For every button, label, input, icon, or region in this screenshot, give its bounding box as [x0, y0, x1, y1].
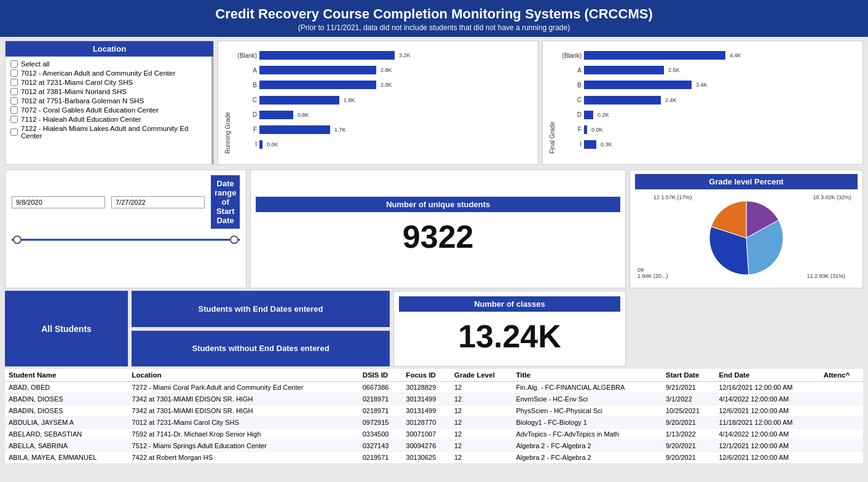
table-cell: 12/16/2021 12:00:00 AM [716, 382, 820, 393]
location-item[interactable]: Select all [10, 60, 207, 68]
table-cell: 0218971 [359, 393, 403, 405]
location-checkbox[interactable] [10, 69, 18, 77]
table-cell: ABILA, MAYEA, EMMANUEL [5, 452, 128, 464]
location-item[interactable]: 7012 at 7231-Miami Carol City SHS [10, 79, 207, 86]
table-row[interactable]: ABADIN, DIOSES7342 at 7301-MIAMI EDISON … [5, 405, 863, 417]
bar-row: A 2.5K [558, 65, 856, 76]
bar-fill [259, 96, 339, 105]
table-cell: 12 [451, 405, 512, 417]
location-item[interactable]: 7112 - Hialeah Adult Education Center [10, 116, 207, 123]
running-grade-chart: (Blank) 3.2K A 2.8K B 2.8K C 1.9K D 0.8K… [234, 46, 532, 154]
bar-value: 2.4K [665, 97, 677, 103]
table-cell: 12 [451, 417, 512, 429]
table-cell: PhysScien - HC-Physical Sci [512, 405, 662, 417]
location-checkbox[interactable] [10, 128, 18, 136]
bar-row: I 0.3K [558, 139, 856, 150]
bar-value: 4.4K [730, 52, 741, 58]
table-cell: ABADIN, DIOSES [5, 393, 128, 405]
table-cell: 12 [451, 393, 512, 405]
table-cell: 4/14/2022 12:00:00 AM [716, 393, 820, 405]
table-cell: 30130625 [402, 452, 451, 464]
running-grade-y-label: Running Grade [224, 46, 231, 154]
table-cell: AdvTopics - FC-AdvTopics in Math [512, 429, 662, 440]
bar-value: 1.7K [334, 127, 346, 133]
location-checkbox[interactable] [10, 97, 18, 105]
start-date-input[interactable] [12, 196, 105, 208]
bar-fill [259, 66, 376, 74]
table-row[interactable]: ABELLA, SABRINA7512 - Miami Springs Adul… [5, 440, 863, 452]
bar-row: D 0.8K [234, 109, 532, 120]
table-row[interactable]: ABDULIA, JAYSEM A7012 at 7231-Miami Caro… [5, 417, 863, 429]
table-cell: 0327143 [359, 440, 403, 452]
table-cell: EnvrnScie - HC-Env Sci [512, 393, 662, 405]
location-list[interactable]: Select all7012 - American Adult and Comm… [6, 57, 213, 164]
table-row[interactable]: ABILA, MAYEA, EMMANUEL7422 at Robert Mor… [5, 452, 863, 464]
date-range-slider[interactable] [12, 234, 240, 246]
table-body: ABAD, OBED7272 - Miami Coral Park Adult … [5, 382, 863, 464]
date-range-panel: Date range of Start Date [5, 170, 247, 288]
table-row[interactable]: ABADIN, DIOSES7342 at 7301-MIAMI EDISON … [5, 393, 863, 405]
final-grade-y-label: Final Grade [549, 46, 556, 154]
table-header-cell: DSIS ID [359, 369, 403, 382]
table-header-cell: Focus ID [402, 369, 451, 382]
bar-fill [259, 111, 293, 119]
location-label: Select all [21, 60, 50, 68]
table-cell: 12/1/2021 12:00:00 AM [716, 440, 820, 452]
location-checkbox[interactable] [10, 106, 18, 114]
table-cell: 30128829 [402, 382, 451, 393]
location-checkbox[interactable] [10, 116, 18, 123]
grade-pie-title: Grade level Percent [635, 174, 858, 189]
table-row[interactable]: ABELARD, SEBASTIAN7592 at 7141-Dr. Micha… [5, 429, 863, 440]
bar-fill [584, 111, 593, 119]
table-cell: 4/14/2022 12:00:00 AM [716, 429, 820, 440]
end-date-input[interactable] [111, 196, 205, 208]
bar-value: 2.8K [381, 67, 392, 73]
bar-fill [584, 51, 725, 60]
slider-thumb-left[interactable] [13, 235, 22, 244]
table-cell: 30131499 [402, 393, 451, 405]
buttons-row: All Students Students with End Dates ent… [0, 291, 868, 369]
final-grade-panel: Final Grade (Blank) 4.4K A 2.5K B 3.4K C… [542, 41, 863, 165]
location-item[interactable]: 7012 at 7381-Miami Norland SHS [10, 88, 207, 95]
middle-row: Date range of Start Date Number of uniqu… [0, 167, 868, 291]
bar-row: (Blank) 3.2K [234, 50, 532, 61]
table-cell: 30071007 [402, 429, 451, 440]
bar-fill [259, 51, 395, 60]
bar-fill [584, 66, 664, 74]
location-label: 7122 - Hialeah Miami Lakes Adult and Com… [21, 125, 207, 140]
all-students-button[interactable]: All Students [5, 291, 128, 366]
table-cell: 12/6/2021 12:00:00 AM [716, 405, 820, 417]
bar-label: (Blank) [558, 52, 582, 59]
bar-value: 0.8K [298, 112, 309, 118]
slider-thumb-right[interactable] [230, 235, 239, 244]
table-cell: 1/13/2022 [662, 429, 716, 440]
bar-value: 0.0K [267, 141, 278, 148]
table-cell: 9/20/2021 [662, 417, 716, 429]
table-cell: 7512 - Miami Springs Adult Education Cen… [128, 440, 359, 452]
table-cell: ABAD, OBED [5, 382, 128, 393]
location-checkbox[interactable] [10, 79, 18, 86]
top-row: Location Select all7012 - American Adult… [0, 37, 868, 167]
bar-row: F 0.0K [558, 124, 856, 135]
data-table: Student NameLocationDSIS IDFocus IDGrade… [5, 369, 863, 464]
table-cell [820, 429, 863, 440]
pie-label-12: 12 1.57K (17%) [653, 194, 692, 200]
table-cell: 0972915 [359, 417, 403, 429]
location-item[interactable]: 7072 - Coral Gables Adult Education Cent… [10, 106, 207, 114]
location-item[interactable]: 7012 - American Adult and Community Ed C… [10, 69, 207, 77]
without-end-dates-button[interactable]: Students without End Dates entered [132, 331, 390, 367]
table-cell: 7422 at Robert Morgan HS [128, 452, 359, 464]
location-checkbox[interactable] [10, 60, 18, 68]
location-item[interactable]: 7012 at 7751-Barbara Goleman N SHS [10, 97, 207, 105]
table-cell: 9/21/2021 [662, 382, 716, 393]
bar-label: F [558, 126, 582, 133]
table-row[interactable]: ABAD, OBED7272 - Miami Coral Park Adult … [5, 382, 863, 393]
pie-label-10: 10 3.02K (32%) [813, 194, 851, 200]
location-checkbox[interactable] [10, 88, 18, 95]
table-cell: 0218971 [359, 405, 403, 417]
bar-label: D [558, 111, 582, 118]
bar-row: (Blank) 4.4K [558, 50, 856, 61]
location-item[interactable]: 7122 - Hialeah Miami Lakes Adult and Com… [10, 125, 207, 140]
with-end-dates-button[interactable]: Students with End Dates entered [132, 291, 390, 327]
num-classes-panel: Number of classes 13.24K [393, 291, 626, 366]
